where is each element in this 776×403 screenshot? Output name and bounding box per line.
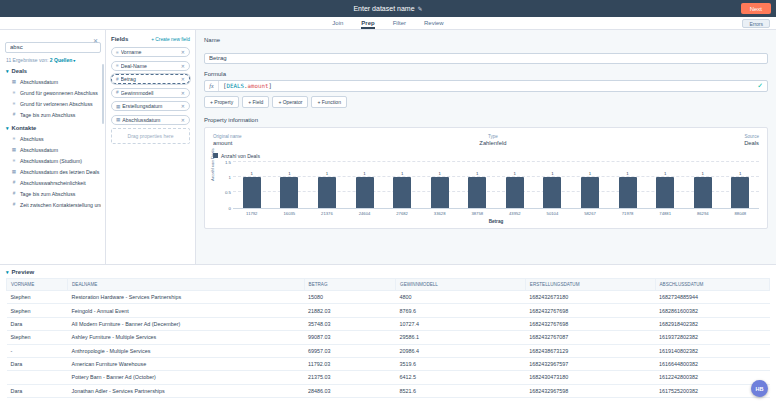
column-header[interactable]: BETRAG: [304, 279, 396, 291]
field-chip-label: Betrag: [121, 76, 179, 82]
table-row: DaraAll Modern Furniture - Banner Ad (De…: [7, 317, 770, 330]
property-item-label: Zeit zwischen Kontakterstellung und Deal…: [20, 202, 101, 208]
remove-field-icon[interactable]: ✕: [181, 117, 185, 123]
preview-header[interactable]: ▾ Preview: [6, 269, 770, 275]
tab-filter[interactable]: Filter: [393, 17, 406, 29]
field-name-input[interactable]: [204, 53, 768, 64]
insert-operator-button[interactable]: + Operator: [272, 96, 308, 108]
insert-buttons-row: + Property+ Field+ Operator+ Function: [204, 96, 768, 108]
property-item[interactable]: ▦Abschlussdatum: [5, 144, 101, 155]
sidebar-scrollbar[interactable]: [102, 64, 104, 124]
bar-slot: 1: [609, 171, 647, 208]
table-cell: 35748.03: [304, 317, 396, 330]
field-chip-vorname[interactable]: ≡Vorname✕: [111, 47, 190, 57]
insert-function-button[interactable]: + Function: [311, 96, 347, 108]
table-row: -Anthropologie - Multiple Services69957.…: [7, 344, 770, 357]
errors-button[interactable]: Errors: [742, 19, 770, 28]
bar-value-label: 1: [514, 171, 516, 176]
column-header[interactable]: DEALNAME: [68, 279, 305, 291]
property-item[interactable]: ≡Abschluss: [5, 133, 101, 144]
column-header[interactable]: ERSTELLUNGSDATUM: [525, 279, 655, 291]
property-item[interactable]: ≡Abschlussdatum (Studium): [5, 155, 101, 166]
remove-field-icon[interactable]: ✕: [181, 103, 185, 109]
table-cell: 15080: [304, 291, 396, 304]
distribution-chart: Anzahl von DealsAnzahl von Deals00.511.5…: [213, 153, 759, 224]
search-input[interactable]: [5, 42, 101, 53]
formula-bar[interactable]: fx [DEALS.amount] ✓: [204, 80, 768, 92]
text-icon: ≡: [11, 136, 17, 141]
column-header[interactable]: GEWINNMODELL: [396, 279, 526, 291]
field-chip-betrag[interactable]: #Betrag✕: [111, 74, 190, 84]
remove-field-icon[interactable]: ✕: [181, 63, 185, 69]
remove-field-icon[interactable]: ✕: [181, 76, 185, 82]
property-item[interactable]: ≡Grund für gewonnenen Abschluss: [5, 87, 101, 98]
bar: [431, 177, 449, 208]
tab-join[interactable]: Join: [332, 17, 343, 29]
group-header-deals[interactable]: ▾Deals: [6, 68, 101, 74]
property-item[interactable]: #Tage bis zum Abschluss: [5, 109, 101, 120]
tab-review[interactable]: Review: [424, 17, 444, 29]
bar: [694, 177, 712, 208]
field-chip-abschlussdatum[interactable]: ▦Abschlussdatum✕: [111, 115, 190, 125]
create-new-field-link[interactable]: + Create new field: [151, 37, 190, 42]
table-cell: Jonathan Adler - Services Partnerships: [68, 384, 305, 397]
property-item[interactable]: #Tage bis zum Abschluss: [5, 188, 101, 199]
property-item[interactable]: ▦Abschlussdatum: [5, 76, 101, 87]
insert-property-button[interactable]: + Property: [204, 96, 239, 108]
gridline: [233, 161, 759, 162]
column-header[interactable]: VORNAME: [7, 279, 68, 291]
dataset-name-text[interactable]: Enter dataset name: [353, 5, 414, 12]
number-icon: #: [11, 112, 17, 117]
table-cell: Stephen: [7, 331, 68, 344]
field-chip-gewinnmodell[interactable]: #Gewinnmodell✕: [111, 88, 190, 98]
table-cell: 29586.1: [396, 331, 526, 344]
table-cell: 1682432673180: [525, 291, 655, 304]
sources-dropdown[interactable]: 2 Quellen▾: [50, 57, 76, 63]
field-dropzone[interactable]: Drag properties here: [111, 128, 190, 144]
column-header[interactable]: ABSCHLUSSDATUM: [655, 279, 769, 291]
step-tabs-bar: JoinPrepFilterReview Errors: [0, 17, 776, 30]
insert-field-button[interactable]: + Field: [242, 96, 269, 108]
formula-label: Formula: [204, 71, 768, 77]
dataset-title: Enter dataset name ✎: [353, 5, 422, 12]
tab-prep[interactable]: Prep: [361, 17, 374, 29]
bar-value-label: 1: [401, 171, 403, 176]
y-tick-label: 0: [219, 206, 231, 211]
x-tick-label: 24604: [346, 211, 384, 216]
search-clear-icon[interactable]: ✕: [93, 37, 98, 44]
property-item[interactable]: ▦Abschlussdatum des letzten Deals: [5, 166, 101, 177]
field-chip-deal-name[interactable]: ≡Deal-Name✕: [111, 61, 190, 71]
next-button[interactable]: Next: [741, 3, 771, 14]
table-cell: 1682918402382: [655, 317, 769, 330]
table-cell: 1619140802382: [655, 344, 769, 357]
edit-pencil-icon[interactable]: ✎: [418, 5, 423, 12]
bar-value-label: 1: [251, 171, 253, 176]
bar-slot: 1: [571, 171, 609, 208]
property-item[interactable]: #Zeit zwischen Kontakterstellung und Dea…: [5, 199, 101, 210]
field-chips: ≡Vorname✕≡Deal-Name✕#Betrag✕#Gewinnmodel…: [111, 47, 190, 125]
property-item[interactable]: #Abschlusswahrscheinlichkeit: [5, 177, 101, 188]
property-groups: ▾Deals▦Abschlussdatum≡Grund für gewonnen…: [5, 68, 101, 210]
x-axis-label: Betrag: [233, 219, 759, 224]
formula-source-token: DEALS: [227, 83, 244, 89]
step-tabs: JoinPrepFilterReview: [332, 17, 443, 29]
table-cell: 69957.03: [304, 344, 396, 357]
remove-field-icon[interactable]: ✕: [181, 49, 185, 55]
number-icon: #: [11, 191, 17, 196]
x-tick-label: 71978: [609, 211, 647, 216]
table-row: StephenFeingold - Annual Event21882.0387…: [7, 304, 770, 317]
x-tick-label: 16035: [271, 211, 309, 216]
bar-value-label: 1: [739, 171, 741, 176]
formula-property-token: amount: [247, 83, 268, 89]
help-widget-button[interactable]: HB: [751, 380, 768, 397]
remove-field-icon[interactable]: ✕: [181, 90, 185, 96]
field-chip-erstellungsdatum[interactable]: ▦Erstellungsdatum✕: [111, 101, 190, 111]
x-tick-label: 43952: [496, 211, 534, 216]
table-cell: -: [7, 344, 68, 357]
group-header-kontakte[interactable]: ▾Kontakte: [6, 125, 101, 131]
results-count-text: 11 Ergebnisse von:: [6, 57, 48, 63]
fields-panel: Fields + Create new field ≡Vorname✕≡Deal…: [106, 30, 196, 264]
formula-expression[interactable]: [DEALS.amount]: [219, 83, 757, 89]
property-item[interactable]: ≡Grund für verlorenen Abschluss: [5, 98, 101, 109]
name-label: Name: [204, 37, 768, 43]
